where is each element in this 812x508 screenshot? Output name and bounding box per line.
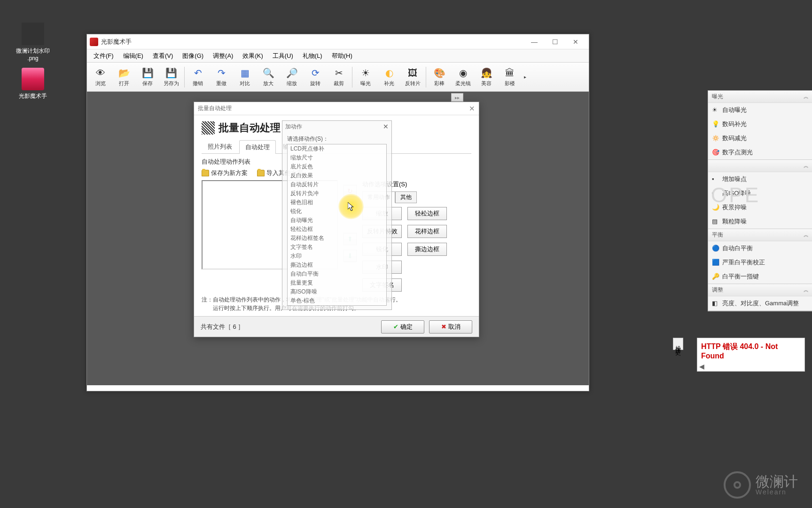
- tool-undo[interactable]: ↶撤销: [187, 64, 209, 90]
- close-icon[interactable]: ✕: [383, 123, 389, 130]
- history-tab[interactable]: 操作历史: [673, 338, 683, 350]
- tool-reverse[interactable]: 🖼反转片: [401, 64, 424, 90]
- list-item[interactable]: 反转片负冲: [288, 189, 386, 198]
- maximize-button[interactable]: ☐: [545, 35, 565, 48]
- title-bar: 光影魔术手 — ☐ ✕: [87, 34, 589, 49]
- panel-grip-icon[interactable]: ▸▸: [451, 93, 463, 102]
- tool-beauty[interactable]: 👧美容: [475, 64, 498, 90]
- toolbar-more[interactable]: ▸: [522, 64, 528, 90]
- watermark-text: 微澜计: [756, 475, 798, 489]
- target-icon: 🎯: [712, 149, 719, 156]
- list-item[interactable]: 撕边边框: [288, 261, 386, 270]
- rotate-icon: ⟳: [309, 67, 321, 79]
- opt-tab-other[interactable]: 其他: [395, 191, 417, 203]
- scroll-left-icon[interactable]: ◀: [699, 363, 704, 370]
- panel-item-digital-fill[interactable]: 💡数码补光: [708, 117, 812, 131]
- panel-item-wb-key[interactable]: 🔑白平衡一指键: [708, 270, 812, 284]
- btn-torn-frame[interactable]: 撕边边框: [407, 243, 447, 256]
- tool-browse[interactable]: 👁浏览: [89, 64, 112, 90]
- list-item[interactable]: 自动曝光: [288, 216, 386, 225]
- tab-auto-process[interactable]: 自动处理: [239, 140, 276, 154]
- list-item[interactable]: 锐化: [288, 207, 386, 216]
- disk-icon: 💾: [165, 67, 177, 79]
- panel-header[interactable]: 平衡︽: [708, 229, 812, 241]
- logo-icon: [724, 471, 751, 499]
- zoom-out-icon: 🔎: [286, 67, 298, 79]
- list-item[interactable]: 花样边框签名: [288, 234, 386, 243]
- panel-item-strong-wb[interactable]: 🟦严重白平衡校正: [708, 255, 812, 270]
- menu-edit[interactable]: 编辑(E): [118, 50, 148, 62]
- icon-label: 光影魔术手: [14, 92, 52, 100]
- panel-item-bcg[interactable]: ◧亮度、对比度、Gamma调整: [708, 296, 812, 310]
- folder-icon: [257, 170, 265, 176]
- minimize-button[interactable]: —: [524, 35, 545, 48]
- close-button[interactable]: ✕: [565, 35, 586, 48]
- tool-open[interactable]: 📂打开: [113, 64, 135, 90]
- close-icon[interactable]: ✕: [469, 104, 475, 113]
- panel-item-auto-wb[interactable]: 🔵自动白平衡: [708, 241, 812, 255]
- btn-easy-frame[interactable]: 轻松边框: [407, 207, 447, 220]
- chevron-up-icon: ︽: [804, 162, 809, 169]
- tool-zoom[interactable]: 🔎缩放: [281, 64, 303, 90]
- list-item[interactable]: LCD死点修补: [288, 144, 386, 153]
- tool-soft[interactable]: ◉柔光镜: [452, 64, 474, 90]
- menu-tool[interactable]: 工具(U): [268, 50, 298, 62]
- panel-item-auto-exposure[interactable]: ☀自动曝光: [708, 103, 812, 117]
- tool-crop[interactable]: ✂裁剪: [328, 64, 350, 90]
- x-icon: ✖: [441, 323, 446, 330]
- tool-studio[interactable]: 🏛影楼: [499, 64, 521, 90]
- menu-help[interactable]: 帮助(H): [327, 50, 357, 62]
- tool-rotate[interactable]: ⟳旋转: [304, 64, 327, 90]
- desktop-icon-app[interactable]: 光影魔术手: [14, 68, 52, 100]
- light-icon: ◐: [383, 67, 395, 79]
- list-item[interactable]: 反白效果: [288, 171, 386, 180]
- panel-item-spot-meter[interactable]: 🎯数字点测光: [708, 145, 812, 159]
- menu-file[interactable]: 文件(F): [89, 50, 118, 62]
- ghost-label: 请选择动作(S)：: [282, 132, 391, 144]
- tool-redo[interactable]: ↷重做: [210, 64, 233, 90]
- save-scheme-button[interactable]: 保存为新方案: [202, 169, 248, 177]
- panel-header[interactable]: 曝光︽: [708, 91, 812, 103]
- tool-zoomin[interactable]: 🔍放大: [257, 64, 280, 90]
- menu-image[interactable]: 图像(G): [178, 50, 208, 62]
- zoom-icon: 🔍: [262, 67, 274, 79]
- list-item[interactable]: 单色-棕色: [288, 296, 386, 305]
- menu-view[interactable]: 查看(V): [148, 50, 178, 62]
- cancel-button[interactable]: ✖取消: [429, 320, 472, 333]
- tool-saveas[interactable]: 💾另存为: [160, 64, 182, 90]
- list-item[interactable]: 文字签名: [288, 243, 386, 252]
- menu-gift[interactable]: 礼物(L): [298, 50, 327, 62]
- panel-item-digital-dim[interactable]: 🔅数码减光: [708, 131, 812, 145]
- panel-header[interactable]: ︽: [708, 160, 812, 172]
- panel-exposure: 曝光︽ ☀自动曝光 💡数码补光 🔅数码减光 🎯数字点测光: [708, 91, 812, 160]
- folder-icon: 📂: [118, 67, 130, 79]
- list-item[interactable]: 批量更复: [288, 278, 386, 287]
- list-item[interactable]: 自动白平衡: [288, 270, 386, 278]
- list-item[interactable]: 高ISO降噪: [288, 287, 386, 296]
- list-item[interactable]: 褪色旧相: [288, 198, 386, 207]
- tool-fill[interactable]: ◐补光: [378, 64, 400, 90]
- dialog-titlebar[interactable]: 批量自动处理 ✕: [194, 102, 479, 115]
- disk-icon: 💾: [141, 67, 154, 79]
- tool-colorwand[interactable]: 🎨彩棒: [428, 64, 451, 90]
- ghost-action-list[interactable]: LCD死点修补 缩放尺寸 底片反色 反白效果 自动反转片 反转片负冲 褪色旧相 …: [287, 144, 387, 306]
- btn-pattern-frame[interactable]: 花样边框: [407, 225, 447, 238]
- panel-header[interactable]: 调整︽: [708, 284, 812, 296]
- ghost-titlebar[interactable]: 加动作 ✕: [282, 121, 391, 132]
- tab-photo-list[interactable]: 照片列表: [202, 140, 238, 153]
- desktop-icon-watermark[interactable]: 微澜计划水印 .png: [14, 23, 52, 62]
- list-item[interactable]: 底片反色: [288, 162, 386, 171]
- noise-icon: ▪: [712, 175, 719, 183]
- menu-adjust[interactable]: 调整(A): [208, 50, 238, 62]
- list-item[interactable]: 轻松边框: [288, 225, 386, 234]
- studio-icon: 🏛: [504, 67, 516, 79]
- list-item[interactable]: 水印: [288, 252, 386, 261]
- list-item[interactable]: 缩放尺寸: [288, 153, 386, 162]
- ok-button[interactable]: ✔确定: [381, 320, 424, 333]
- list-item[interactable]: 自动反转片: [288, 180, 386, 189]
- tool-exposure[interactable]: ☀曝光: [354, 64, 377, 90]
- tool-compare[interactable]: ▦对比: [234, 64, 256, 90]
- tool-save[interactable]: 💾保存: [136, 64, 159, 90]
- panel-item-grain-nr[interactable]: ▨颗粒降噪: [708, 214, 812, 229]
- menu-effect[interactable]: 效果(K): [238, 50, 267, 62]
